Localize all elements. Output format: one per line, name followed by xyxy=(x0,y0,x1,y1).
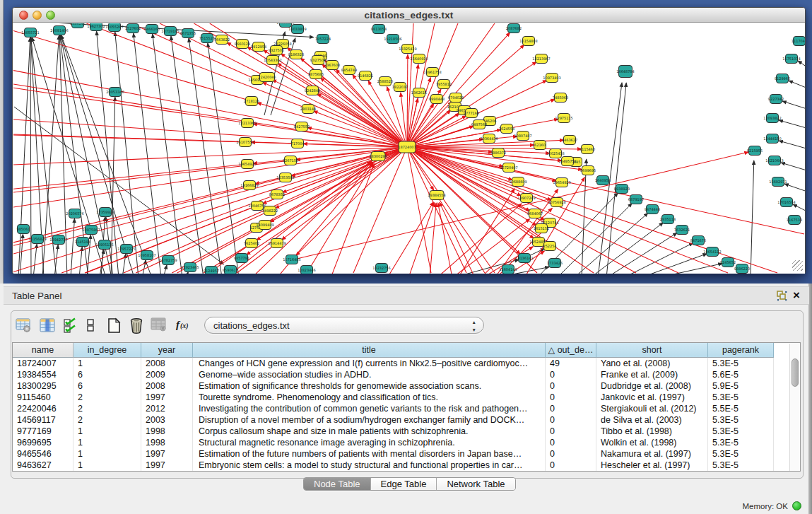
graph-node[interactable]: 62160 xyxy=(534,141,546,150)
graph-node[interactable]: 10807487 xyxy=(514,132,531,141)
close-panel-icon[interactable]: × xyxy=(790,288,803,302)
graph-node[interactable]: 3822037 xyxy=(392,83,408,92)
graph-node[interactable]: 18907249 xyxy=(517,194,535,203)
graph-node[interactable]: 10975867 xyxy=(82,226,100,235)
graph-node[interactable]: 8427552 xyxy=(294,122,310,132)
graph-node[interactable]: 2935114 xyxy=(660,215,676,224)
row-height-icon[interactable] xyxy=(87,317,94,336)
graph-node[interactable]: 1362615 xyxy=(411,88,427,98)
graph-node[interactable]: 6794028 xyxy=(448,93,464,103)
graph-node[interactable]: 16782759 xyxy=(159,256,177,265)
graph-node[interactable]: 12353594 xyxy=(276,173,294,182)
window-resize-grip[interactable] xyxy=(792,260,803,271)
graph-node[interactable]: 3624554 xyxy=(499,124,514,134)
graph-node[interactable]: 10688609 xyxy=(509,177,526,187)
graph-node[interactable]: 7485063 xyxy=(553,93,568,103)
graph-node[interactable]: 8990448 xyxy=(429,95,445,104)
graph-node[interactable]: 10719185 xyxy=(161,27,179,36)
graph-node[interactable]: 15692971 xyxy=(769,177,787,187)
graph-node[interactable]: 9146821 xyxy=(358,71,373,81)
graph-node[interactable]: 6466160 xyxy=(144,25,160,34)
table-row[interactable]: 1872400712008Changes of HCN gene express… xyxy=(13,358,790,369)
graph-node[interactable]: 1167533 xyxy=(787,216,802,225)
graph-node[interactable]: 1117044 xyxy=(792,37,805,46)
graph-node[interactable]: 20364436 xyxy=(480,134,498,144)
graph-node[interactable]: 9857791 xyxy=(234,254,249,263)
graph-node[interactable]: 2718126 xyxy=(244,97,259,106)
graph-node[interactable]: 2588520 xyxy=(377,77,393,86)
graph-node[interactable]: 1733426 xyxy=(547,259,563,268)
graph-node[interactable]: 18300295 xyxy=(369,152,387,161)
graph-node[interactable]: 16961758 xyxy=(423,68,441,77)
table-row[interactable]: 2242004622012Investigating the contribut… xyxy=(13,403,790,414)
column-header-short[interactable]: short xyxy=(596,343,708,358)
graph-node[interactable]: 10958107 xyxy=(138,251,155,260)
table-row[interactable]: 946554611997Estimation of the future num… xyxy=(13,448,790,460)
graph-node[interactable]: 15751074 xyxy=(782,54,800,64)
graph-node[interactable]: 9327505 xyxy=(269,46,284,55)
column-header-name[interactable]: name xyxy=(13,343,73,358)
graph-node[interactable]: 8678352 xyxy=(269,190,285,199)
new-column-icon[interactable] xyxy=(107,317,121,337)
table-row[interactable]: 1830029562008Estimation of significance … xyxy=(13,380,790,392)
graph-node[interactable]: 8590615 xyxy=(223,266,238,274)
graph-node[interactable]: 9227342 xyxy=(768,95,784,104)
graph-node[interactable]: 12213369 xyxy=(238,119,256,128)
graph-node[interactable]: 985061 xyxy=(16,225,30,234)
graph-node[interactable]: 15716485 xyxy=(283,255,300,264)
table-row[interactable]: 977716911998Corpus callosum shape and si… xyxy=(13,426,790,437)
graph-node[interactable]: 8267150 xyxy=(283,156,298,165)
scrollbar-thumb[interactable] xyxy=(792,358,799,387)
graph-node[interactable]: 9684067 xyxy=(527,209,543,218)
graph-node[interactable]: 22420046 xyxy=(258,73,276,82)
tab-network-table[interactable]: Network Table xyxy=(437,478,514,490)
graph-node[interactable]: 8938923 xyxy=(614,185,630,194)
window-title-bar[interactable]: citations_edges.txt xyxy=(13,8,805,23)
graph-node[interactable]: 3498222 xyxy=(262,206,278,216)
graph-node[interactable]: 1986142 xyxy=(70,23,86,28)
select-rows-icon[interactable] xyxy=(64,317,76,336)
table-row[interactable]: 1456911722003Disruption of a novel membe… xyxy=(13,414,790,426)
column-header-out_de[interactable]: △ out_de… xyxy=(546,343,596,358)
table-row[interactable]: 969969511998Structural magnetic resonanc… xyxy=(13,437,790,448)
graph-node[interactable]: 8215955 xyxy=(747,146,763,156)
graph-node[interactable]: 9699695 xyxy=(580,166,596,175)
memory-ok-indicator[interactable] xyxy=(792,501,801,510)
graph-node[interactable]: 20091406 xyxy=(50,26,68,35)
graph-node[interactable]: 15640910 xyxy=(410,54,428,64)
graph-node[interactable]: 17359924 xyxy=(96,208,114,217)
network-graph-canvas[interactable]: 1405572120091406198614219627302100552871… xyxy=(13,23,805,274)
graph-node[interactable]: 9777169 xyxy=(464,109,479,118)
float-panel-icon[interactable] xyxy=(777,291,788,302)
table-select-dropdown[interactable]: citations_edges.txt ▲▼ xyxy=(204,317,484,334)
column-header-title[interactable]: title xyxy=(193,343,546,358)
graph-node[interactable]: 9474444 xyxy=(645,205,660,214)
graph-node[interactable]: 7886372 xyxy=(490,148,506,158)
graph-node[interactable]: 9129966 xyxy=(775,74,790,83)
graph-node[interactable]: 7515526 xyxy=(199,34,215,43)
graph-node[interactable]: 10055287 xyxy=(105,23,123,32)
graph-node[interactable]: 3875685 xyxy=(308,70,324,79)
graph-node[interactable]: 9242848 xyxy=(305,86,320,95)
graph-node[interactable]: 19654925 xyxy=(238,160,256,169)
graph-node[interactable]: 19218506 xyxy=(384,35,401,44)
graph-node[interactable]: 19384554 xyxy=(428,191,445,200)
table-row[interactable]: 1938455462009Genome–wide association stu… xyxy=(13,369,790,380)
graph-node[interactable]: 14055721 xyxy=(21,28,39,37)
delete-column-icon[interactable] xyxy=(129,317,143,337)
graph-node[interactable]: 18232756 xyxy=(372,264,390,273)
graph-node[interactable]: 8454749 xyxy=(341,66,357,75)
graph-node[interactable]: 6497568 xyxy=(471,120,487,129)
graph-node[interactable]: 16210643 xyxy=(765,156,783,165)
graph-node[interactable]: 7857224 xyxy=(315,35,331,44)
graph-node[interactable]: 9886220 xyxy=(734,264,750,274)
show-columns-icon[interactable] xyxy=(40,317,55,336)
graph-node[interactable]: 6879197 xyxy=(628,195,644,204)
graph-node[interactable]: 7632621 xyxy=(674,226,690,235)
table-row[interactable]: 946362711997Embryonic stem cells: a mode… xyxy=(13,460,790,471)
graph-node[interactable]: 1527602 xyxy=(125,24,141,33)
graph-node[interactable]: 12975115 xyxy=(555,114,572,123)
graph-node[interactable]: 8186328 xyxy=(288,50,304,59)
graph-node[interactable]: 16107553 xyxy=(236,138,254,147)
graph-node[interactable]: 2367608 xyxy=(324,61,340,70)
